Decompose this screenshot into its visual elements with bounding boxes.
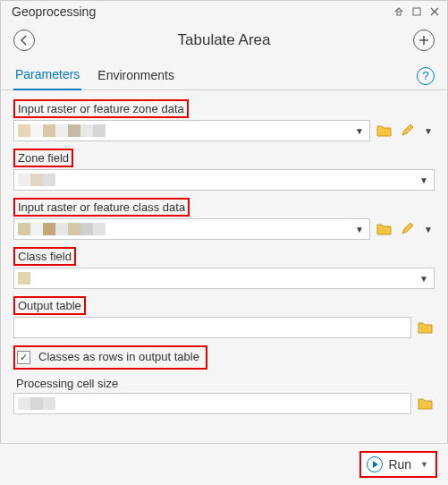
label-classes-rows: Classes as rows in output table — [36, 349, 202, 364]
chevron-down-icon: ▼ — [355, 126, 364, 136]
input-zone-data[interactable]: ▼ — [13, 120, 370, 141]
chevron-down-icon: ▼ — [419, 175, 428, 185]
checkbox-classes-rows-row[interactable]: ✓ Classes as rows in output table — [13, 345, 207, 370]
dock-icon[interactable] — [392, 5, 406, 18]
tab-parameters[interactable]: Parameters — [13, 62, 81, 90]
edit-class-data-icon[interactable] — [399, 220, 417, 238]
close-icon[interactable] — [427, 5, 442, 18]
chevron-down-icon: ▼ — [355, 225, 364, 234]
label-zone-data: Input raster or feature zone data — [13, 99, 189, 118]
play-icon — [367, 456, 383, 472]
label-class-field: Class field — [13, 247, 76, 266]
window-title: Geoprocessing — [12, 4, 388, 19]
maximize-icon[interactable] — [410, 5, 424, 18]
run-button[interactable]: Run ▼ — [359, 451, 437, 478]
label-class-data: Input raster or feature class data — [13, 198, 190, 217]
browse-zone-data-icon[interactable] — [376, 122, 393, 140]
svg-rect-0 — [397, 12, 401, 15]
browse-class-data-icon[interactable] — [376, 220, 393, 238]
tool-title: Tabulate Area — [35, 31, 413, 49]
label-zone-field: Zone field — [13, 149, 73, 167]
checkbox-classes-rows[interactable]: ✓ — [17, 351, 30, 364]
parameters-panel: Input raster or feature zone data ▼ ▼ Zo… — [1, 90, 447, 414]
input-cell-size[interactable] — [13, 393, 411, 414]
back-button[interactable] — [13, 30, 35, 51]
help-button[interactable]: ? — [417, 67, 435, 85]
input-class-field[interactable]: ▼ — [13, 268, 435, 289]
input-output-table[interactable] — [13, 317, 411, 338]
tool-header: Tabulate Area — [1, 22, 447, 62]
browse-output-table-icon[interactable] — [417, 319, 435, 336]
label-output-table: Output table — [13, 296, 86, 315]
input-class-data[interactable]: ▼ — [13, 218, 370, 240]
input-zone-field[interactable]: ▼ — [13, 169, 435, 191]
footer: Run ▼ — [0, 443, 448, 485]
zone-data-options-icon[interactable]: ▼ — [422, 126, 435, 136]
edit-zone-data-icon[interactable] — [399, 122, 417, 140]
add-button[interactable] — [413, 30, 435, 51]
window-titlebar: Geoprocessing — [1, 1, 447, 22]
svg-rect-1 — [413, 8, 420, 15]
browse-cell-size-icon[interactable] — [417, 395, 435, 413]
run-options-icon[interactable]: ▼ — [420, 460, 428, 469]
tab-bar: Parameters Environments ? — [1, 62, 447, 90]
run-label: Run — [388, 457, 411, 472]
tab-environments[interactable]: Environments — [96, 63, 176, 89]
chevron-down-icon: ▼ — [419, 274, 428, 284]
class-data-options-icon[interactable]: ▼ — [422, 225, 435, 234]
label-cell-size: Processing cell size — [13, 376, 121, 391]
